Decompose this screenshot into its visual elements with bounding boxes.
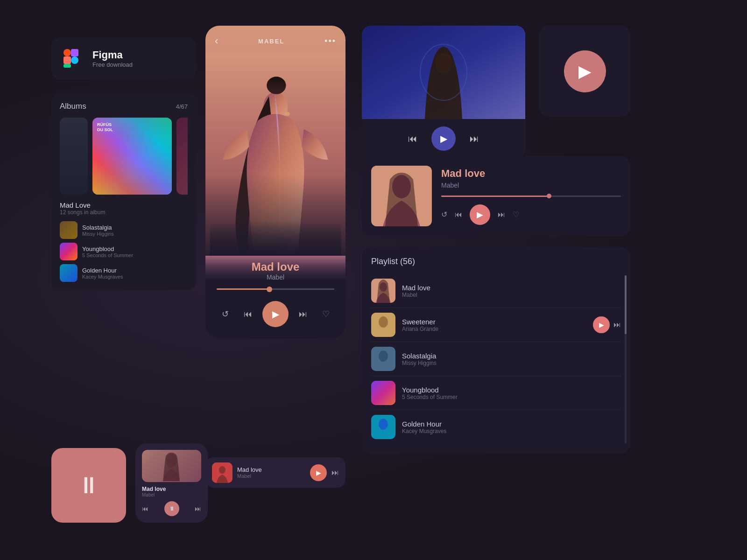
np-controls: ↺ ⏮ ▶ ⏭ ♡	[441, 204, 621, 225]
heart-button[interactable]: ♡	[317, 306, 334, 322]
back-button[interactable]: ‹	[215, 35, 218, 47]
pl-artist-sweetener: Ariana Grande	[402, 326, 586, 332]
camila-prev-button[interactable]: ⏮	[408, 133, 417, 144]
mpw-next-button[interactable]: ⏭	[195, 505, 201, 512]
player-bottom: Mad love Mabel ↺ ⏮ ▶ ⏭ ♡	[205, 256, 345, 338]
np-prev-button[interactable]: ⏮	[455, 210, 462, 219]
svg-point-10	[219, 466, 226, 474]
play-pause-button[interactable]: ▶	[262, 301, 289, 327]
pl-artist-solastalgia: Missy Higgins	[402, 360, 621, 366]
player-header: ‹ MABEL •••	[205, 26, 345, 52]
figma-logo	[61, 46, 85, 70]
pl-info-youngblood: Youngblood 5 Seconds of Summer	[402, 386, 621, 400]
pl-title-solastalgia: Solastalgia	[402, 352, 621, 360]
playlist-item-golden[interactable]: Golden Hour Kacey Musgraves	[371, 410, 621, 444]
pl-info-mabel: Mad love Mabel	[402, 284, 621, 298]
mini-player-widget: Mad love Mabel ⏮ ⏸ ⏭	[135, 443, 208, 523]
mpw-artist: Mabel	[142, 492, 201, 497]
mpw-title: Mad love	[142, 486, 201, 492]
pl-info-solastalgia: Solastalgia Missy Higgins	[402, 352, 621, 366]
playlist-item-youngblood[interactable]: Youngblood 5 Seconds of Summer	[371, 376, 621, 410]
pl-art-mabel	[371, 279, 395, 303]
np-heart-button[interactable]: ♡	[513, 210, 519, 219]
pl-artist-golden: Kacey Musgraves	[402, 428, 621, 434]
pause-widget[interactable]: ⏸	[51, 448, 126, 523]
svg-point-19	[379, 316, 388, 328]
mpw-prev-button[interactable]: ⏮	[142, 505, 148, 512]
song-artist-2: 5 Seconds of Summer	[82, 252, 133, 258]
np-content: Mad love Mabel ↺ ⏮ ▶ ⏭ ♡	[441, 168, 621, 225]
np-artist: Mabel	[441, 182, 621, 189]
np-repeat-button[interactable]: ↺	[441, 210, 447, 219]
song-info-3: Golden Hour Kacey Musgraves	[82, 267, 123, 280]
playlist-item-solastalgia[interactable]: Solastalgia Missy Higgins	[371, 342, 621, 376]
svg-rect-0	[63, 49, 71, 56]
camila-next-button[interactable]: ⏭	[470, 133, 479, 144]
svg-point-4	[71, 56, 78, 64]
song-thumb-3	[60, 264, 78, 282]
svg-rect-1	[63, 56, 71, 64]
mini-play-button[interactable]: ▶	[310, 464, 327, 481]
np-play-button[interactable]: ▶	[470, 204, 490, 225]
pl-artist-youngblood: 5 Seconds of Summer	[402, 394, 621, 400]
player-controls: ↺ ⏮ ▶ ⏭ ♡	[217, 301, 334, 327]
album-thumb-next[interactable]	[176, 118, 188, 195]
svg-rect-23	[371, 381, 395, 405]
albums-scroll: RÜFÜSDU SOL	[60, 118, 188, 195]
pl-controls-sweetener: ▶ ⏭	[593, 316, 621, 333]
playlist-item-mabel[interactable]: Mad love Mabel	[371, 274, 621, 308]
mini-player-info: Mad love Mabel	[237, 466, 305, 479]
big-play-button[interactable]: ▶	[564, 50, 606, 92]
song-info-1: Solastalgia Missy Higgins	[82, 224, 114, 237]
song-thumb-1	[60, 221, 78, 239]
song-item-2[interactable]: Youngblood 5 Seconds of Summer	[60, 243, 188, 260]
mpw-pause-button[interactable]: ⏸	[164, 501, 179, 516]
song-item-3[interactable]: Golden Hour Kacey Musgraves	[60, 264, 188, 282]
album-info: Mad Love 12 songs in album	[60, 201, 188, 216]
song-list: Solastalgia Missy Higgins Youngblood 5 S…	[60, 221, 188, 282]
svg-point-25	[379, 419, 388, 430]
playlist-item-sweetener[interactable]: Sweetener Ariana Grande ▶ ⏭	[371, 308, 621, 342]
play-button-card: ▶	[539, 26, 630, 117]
figma-text: Figma Free download	[92, 49, 133, 68]
np-art	[371, 166, 432, 226]
scrollbar-thumb[interactable]	[625, 275, 627, 334]
camila-play-button[interactable]: ▶	[431, 126, 456, 151]
mini-next-button[interactable]: ⏭	[331, 469, 339, 477]
albums-header: Albums 4/67	[60, 102, 188, 111]
np-progress-bar[interactable]	[441, 196, 621, 197]
pl-info-golden: Golden Hour Kacey Musgraves	[402, 420, 621, 434]
progress-bar[interactable]	[217, 288, 334, 290]
mini-art	[212, 462, 233, 483]
np-next-button[interactable]: ⏭	[498, 210, 505, 219]
svg-rect-2	[63, 64, 71, 68]
song-info-2: Youngblood 5 Seconds of Summer	[82, 245, 133, 258]
playlist-scrollbar[interactable]	[625, 275, 627, 444]
playlist-header: Playlist (56)	[371, 257, 621, 266]
pl-art-youngblood	[371, 381, 395, 405]
repeat-button[interactable]: ↺	[217, 306, 233, 322]
pl-play-sweetener[interactable]: ▶	[593, 316, 610, 333]
song-item-1[interactable]: Solastalgia Missy Higgins	[60, 221, 188, 239]
album-name: Mad Love	[60, 201, 188, 209]
svg-rect-3	[71, 49, 78, 56]
album-thumb-prev[interactable]	[60, 118, 88, 195]
mpw-art	[142, 450, 201, 482]
prev-button[interactable]: ⏮	[240, 306, 256, 322]
pl-artist-mabel: Mabel	[402, 292, 621, 298]
albums-count: 4/67	[176, 103, 188, 110]
song-artist-1: Missy Higgins	[82, 231, 114, 237]
player-art-area	[205, 52, 345, 256]
next-button[interactable]: ⏭	[295, 306, 311, 322]
song-thumb-2	[60, 243, 78, 260]
mini-artist: Mabel	[237, 473, 305, 479]
album-thumb-main[interactable]: RÜFÜSDU SOL	[92, 118, 172, 195]
song-title-2: Youngblood	[82, 245, 133, 252]
mini-title: Mad love	[237, 466, 305, 473]
svg-point-7	[286, 112, 290, 116]
player-song-title: Mad love	[217, 260, 334, 273]
pl-next-sweetener[interactable]: ⏭	[613, 321, 621, 329]
camila-controls: ⏮ ▶ ⏭	[362, 119, 525, 158]
never-be-same-card: NEVER BE THE SAME CAMILA CABELLO	[362, 26, 525, 158]
more-button[interactable]: •••	[324, 36, 336, 46]
